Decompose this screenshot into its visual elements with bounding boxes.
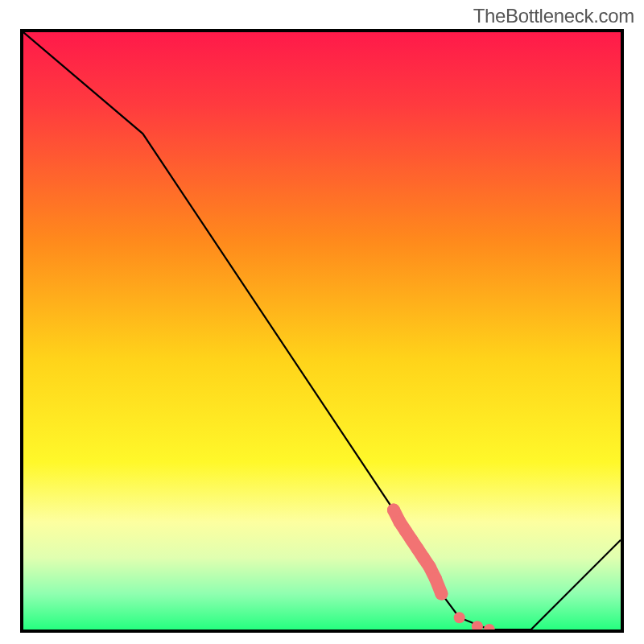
chart-container: TheBottleneck.com xyxy=(0,0,644,644)
highlight-dot xyxy=(423,560,436,573)
highlight-dot xyxy=(435,588,448,601)
highlight-dot xyxy=(454,612,465,623)
plot-svg xyxy=(23,32,621,630)
highlight-dot xyxy=(429,572,442,585)
gradient-background xyxy=(23,32,621,630)
watermark-text: TheBottleneck.com xyxy=(473,5,634,27)
highlight-dot xyxy=(387,504,400,517)
plot-area xyxy=(23,32,621,630)
